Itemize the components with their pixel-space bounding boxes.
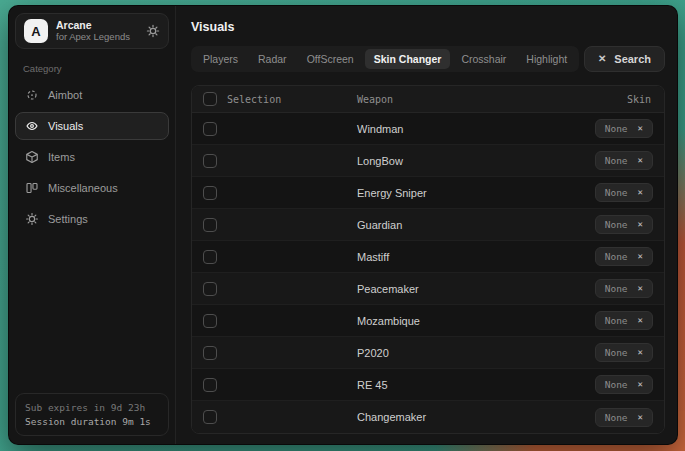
weapon-name: Energy Sniper — [357, 187, 595, 199]
app-subtitle: for Apex Legends — [56, 32, 138, 43]
weapon-name: Guardian — [357, 219, 595, 231]
main-panel: Visuals PlayersRadarOffScreenSkin Change… — [176, 6, 677, 444]
sidebar-item-aimbot[interactable]: Aimbot — [15, 81, 169, 109]
skin-select-button[interactable]: None✕ — [595, 183, 653, 202]
tab-radar[interactable]: Radar — [249, 49, 296, 69]
weapon-name: Mastiff — [357, 251, 595, 263]
table-row: GuardianNone✕ — [192, 209, 664, 241]
tab-highlight[interactable]: Highlight — [517, 49, 576, 69]
clear-skin-icon[interactable]: ✕ — [638, 220, 643, 229]
weapon-name: Peacemaker — [357, 283, 595, 295]
box-icon — [25, 150, 39, 164]
sidebar-nav: AimbotVisualsItemsMiscellaneousSettings — [15, 81, 169, 233]
weapon-name: P2020 — [357, 347, 595, 359]
tab-offscreen[interactable]: OffScreen — [298, 49, 363, 69]
skin-value: None — [605, 155, 628, 166]
skin-select-button[interactable]: None✕ — [595, 247, 653, 266]
cheat-menu-window: A Arcane for Apex Legends Category Aimbo… — [8, 5, 678, 445]
skin-value: None — [605, 412, 628, 423]
clear-skin-icon[interactable]: ✕ — [638, 252, 643, 261]
tab-players[interactable]: Players — [194, 49, 247, 69]
clear-skin-icon[interactable]: ✕ — [638, 316, 643, 325]
sidebar-item-visuals[interactable]: Visuals — [15, 112, 169, 140]
row-checkbox[interactable] — [203, 378, 217, 392]
skin-select-button[interactable]: None✕ — [595, 151, 653, 170]
sidebar-item-label: Visuals — [48, 120, 83, 132]
row-checkbox[interactable] — [203, 282, 217, 296]
header-skin: Skin — [627, 94, 664, 105]
clear-skin-icon[interactable]: ✕ — [638, 124, 643, 133]
app-logo: A — [24, 19, 48, 43]
tab-crosshair[interactable]: Crosshair — [452, 49, 515, 69]
eye-icon — [25, 119, 39, 133]
session-duration-text: Session duration 9m 1s — [25, 415, 159, 429]
skin-value: None — [605, 315, 628, 326]
skin-select-button[interactable]: None✕ — [595, 119, 653, 138]
skin-select-button[interactable]: None✕ — [595, 375, 653, 394]
sidebar-item-miscellaneous[interactable]: Miscellaneous — [15, 174, 169, 202]
table-row: WindmanNone✕ — [192, 113, 664, 145]
weapon-name: Mozambique — [357, 315, 595, 327]
row-checkbox[interactable] — [203, 218, 217, 232]
sidebar-item-label: Items — [48, 151, 75, 163]
skin-changer-table: Selection Weapon Skin WindmanNone✕LongBo… — [191, 85, 665, 434]
skin-select-button[interactable]: None✕ — [595, 408, 653, 427]
table-row: LongBowNone✕ — [192, 145, 664, 177]
skin-value: None — [605, 283, 628, 294]
sidebar: A Arcane for Apex Legends Category Aimbo… — [9, 6, 176, 444]
select-all-checkbox[interactable] — [203, 92, 217, 106]
search-button-label: Search — [614, 53, 651, 65]
sidebar-item-settings[interactable]: Settings — [15, 205, 169, 233]
clear-skin-icon[interactable]: ✕ — [638, 188, 643, 197]
clear-skin-icon[interactable]: ✕ — [638, 380, 643, 389]
table-row: RE 45None✕ — [192, 369, 664, 401]
skin-select-button[interactable]: None✕ — [595, 311, 653, 330]
columns-icon — [25, 181, 39, 195]
row-checkbox[interactable] — [203, 410, 217, 424]
table-row: Energy SniperNone✕ — [192, 177, 664, 209]
clear-skin-icon[interactable]: ✕ — [638, 156, 643, 165]
crosshair-icon — [25, 88, 39, 102]
skin-select-button[interactable]: None✕ — [595, 343, 653, 362]
gear-icon — [25, 212, 39, 226]
table-row: MastiffNone✕ — [192, 241, 664, 273]
skin-select-button[interactable]: None✕ — [595, 279, 653, 298]
subscription-info-card: Sub expires in 9d 23h Session duration 9… — [15, 393, 169, 437]
table-body: WindmanNone✕LongBowNone✕Energy SniperNon… — [192, 113, 664, 433]
sidebar-item-items[interactable]: Items — [15, 143, 169, 171]
table-header-row: Selection Weapon Skin — [192, 86, 664, 113]
row-checkbox[interactable] — [203, 186, 217, 200]
skin-select-button[interactable]: None✕ — [595, 215, 653, 234]
skin-value: None — [605, 187, 628, 198]
row-checkbox[interactable] — [203, 314, 217, 328]
header-selection: Selection — [227, 94, 281, 105]
row-checkbox[interactable] — [203, 250, 217, 264]
app-name: Arcane — [56, 19, 138, 31]
skin-value: None — [605, 379, 628, 390]
weapon-name: Changemaker — [357, 411, 595, 423]
settings-gear-icon[interactable] — [146, 24, 160, 38]
tab-skin-changer[interactable]: Skin Changer — [365, 49, 451, 69]
table-row: MozambiqueNone✕ — [192, 305, 664, 337]
weapon-name: Windman — [357, 123, 595, 135]
row-checkbox[interactable] — [203, 122, 217, 136]
skin-value: None — [605, 347, 628, 358]
skin-value: None — [605, 219, 628, 230]
row-checkbox[interactable] — [203, 346, 217, 360]
sidebar-item-label: Aimbot — [48, 89, 82, 101]
table-row: P2020None✕ — [192, 337, 664, 369]
search-icon: ✕ — [598, 54, 606, 64]
sidebar-item-label: Miscellaneous — [48, 182, 118, 194]
weapon-name: LongBow — [357, 155, 595, 167]
category-label: Category — [23, 63, 161, 74]
clear-skin-icon[interactable]: ✕ — [638, 413, 643, 422]
app-titles: Arcane for Apex Legends — [56, 19, 138, 43]
skin-value: None — [605, 251, 628, 262]
clear-skin-icon[interactable]: ✕ — [638, 284, 643, 293]
table-row: ChangemakerNone✕ — [192, 401, 664, 433]
header-weapon: Weapon — [357, 94, 627, 105]
skin-value: None — [605, 123, 628, 134]
row-checkbox[interactable] — [203, 154, 217, 168]
clear-skin-icon[interactable]: ✕ — [638, 348, 643, 357]
search-button[interactable]: ✕ Search — [584, 46, 665, 72]
